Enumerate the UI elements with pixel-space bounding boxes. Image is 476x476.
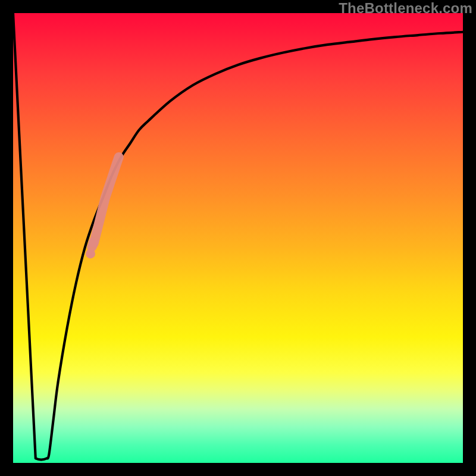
- plot-area: [13, 13, 463, 463]
- highlight-dot: [89, 238, 98, 248]
- chart-frame: TheBottleneck.com: [0, 0, 476, 476]
- curve-layer: [13, 13, 463, 460]
- bottleneck-curve: [13, 13, 463, 460]
- highlight-layer: [86, 157, 119, 259]
- highlight-stroke: [92, 157, 118, 247]
- watermark-text: TheBottleneck.com: [339, 0, 472, 17]
- highlight-dot: [86, 249, 95, 258]
- chart-svg: [13, 13, 463, 463]
